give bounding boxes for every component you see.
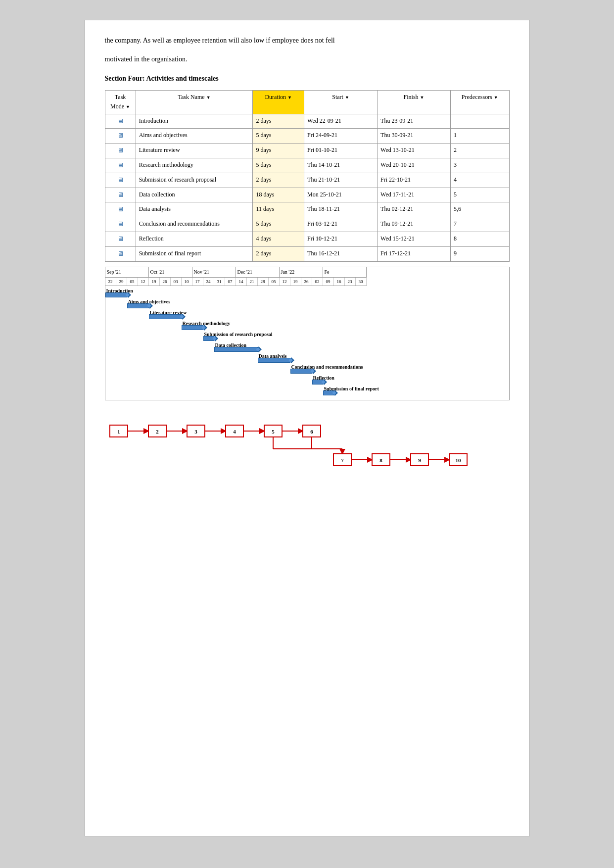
- svg-text:9: 9: [418, 457, 421, 463]
- table-row: 🖥 Research methodology 5 days Thu 14-10-…: [105, 158, 509, 173]
- task-pred: 3: [451, 158, 509, 173]
- task-name: Conclusion and recommendations: [136, 217, 253, 232]
- table-row: 🖥 Literature review 9 days Fri 01-10-21 …: [105, 144, 509, 158]
- task-pred: 5: [451, 188, 509, 202]
- week-cell: 02: [312, 278, 323, 286]
- task-name: Introduction: [136, 114, 253, 129]
- gantt-bar: [258, 358, 290, 363]
- task-mode-icon: 🖥: [105, 129, 136, 144]
- week-cell: 07: [225, 278, 236, 286]
- week-cell: 21: [247, 278, 258, 286]
- week-cell: 26: [160, 278, 171, 286]
- task-finish: Thu 02-12-21: [378, 202, 451, 217]
- week-cell: 05: [269, 278, 280, 286]
- task-duration: 5 days: [253, 217, 304, 232]
- col-header-pred[interactable]: Predecessors ▼: [451, 91, 509, 114]
- task-finish: Fri 22-10-21: [378, 173, 451, 188]
- page: the company. As well as employee retenti…: [85, 20, 530, 836]
- network-diagram: 1 2 3 4 5 6: [105, 415, 510, 470]
- task-start: Thu 14-10-21: [304, 158, 378, 173]
- task-pred: 9: [451, 246, 509, 261]
- week-cell: 09: [323, 278, 334, 286]
- week-cell: 26: [301, 278, 312, 286]
- task-mode-icon: 🖥: [105, 232, 136, 246]
- month-sep: Sep '21: [105, 267, 149, 277]
- gantt-month-row: Sep '21 Oct '21 Nov '21 Dec '21 Jan '22 …: [105, 267, 367, 278]
- gantt-bar: [214, 347, 258, 352]
- week-cell: 28: [258, 278, 269, 286]
- task-name: Literature review: [136, 144, 253, 158]
- week-cell: 12: [280, 278, 290, 286]
- task-mode-icon: 🖥: [105, 202, 136, 217]
- network-svg: 1 2 3 4 5 6: [105, 415, 510, 470]
- task-mode-icon: 🖥: [105, 217, 136, 232]
- task-duration: 2 days: [253, 246, 304, 261]
- week-cell: 10: [182, 278, 192, 286]
- week-cell: 23: [345, 278, 356, 286]
- task-name: Data analysis: [136, 202, 253, 217]
- table-row: 🖥 Submission of final report 2 days Thu …: [105, 246, 509, 261]
- month-dec: Dec '21: [236, 267, 280, 277]
- month-nov: Nov '21: [192, 267, 236, 277]
- task-duration: 18 days: [253, 188, 304, 202]
- task-name: Submission of final report: [136, 246, 253, 261]
- gantt-bar: [149, 314, 182, 319]
- task-pred: [451, 114, 509, 129]
- task-mode-icon: 🖥: [105, 188, 136, 202]
- gantt-bar: [182, 325, 203, 330]
- week-cell: 19: [290, 278, 301, 286]
- month-oct: Oct '21: [149, 267, 192, 277]
- table-row: 🖥 Aims and objectives 5 days Fri 24-09-2…: [105, 129, 509, 144]
- task-name: Aims and objectives: [136, 129, 253, 144]
- week-cell: 12: [138, 278, 149, 286]
- month-jan: Jan '22: [280, 267, 323, 277]
- task-mode-icon: 🖥: [105, 246, 136, 261]
- task-duration: 4 days: [253, 232, 304, 246]
- task-start: Fri 10-12-21: [304, 232, 378, 246]
- task-duration: 2 days: [253, 173, 304, 188]
- gantt-bar: [127, 303, 149, 308]
- svg-text:8: 8: [379, 457, 382, 463]
- table-row: 🖥 Introduction 2 days Wed 22-09-21 Thu 2…: [105, 114, 509, 129]
- task-start: Thu 16-12-21: [304, 246, 378, 261]
- col-header-duration[interactable]: Duration ▼: [253, 91, 304, 114]
- task-pred: 1: [451, 129, 509, 144]
- task-pred: 2: [451, 144, 509, 158]
- week-cell: 03: [171, 278, 182, 286]
- task-duration: 9 days: [253, 144, 304, 158]
- gantt-bar: [290, 369, 312, 374]
- week-cell: 22: [105, 278, 116, 286]
- task-table: TaskMode ▼ Task Name ▼ Duration ▼ Start …: [105, 90, 510, 261]
- task-duration: 11 days: [253, 202, 304, 217]
- task-start: Fri 24-09-21: [304, 129, 378, 144]
- task-start: Wed 22-09-21: [304, 114, 378, 129]
- col-header-mode[interactable]: TaskMode ▼: [105, 91, 136, 114]
- month-fe: Fe: [323, 267, 367, 277]
- col-header-start[interactable]: Start ▼: [304, 91, 378, 114]
- task-mode-icon: 🖥: [105, 158, 136, 173]
- gantt-bar: [105, 292, 127, 297]
- week-cell: 14: [236, 278, 247, 286]
- table-row: 🖥 Conclusion and recommendations 5 days …: [105, 217, 509, 232]
- task-finish: Thu 23-09-21: [378, 114, 451, 129]
- svg-text:5: 5: [272, 429, 275, 434]
- table-row: 🖥 Data analysis 11 days Thu 18-11-21 Thu…: [105, 202, 509, 217]
- svg-text:7: 7: [341, 457, 344, 463]
- col-header-finish[interactable]: Finish ▼: [378, 91, 451, 114]
- svg-text:2: 2: [156, 429, 159, 434]
- task-pred: 7: [451, 217, 509, 232]
- table-row: 🖥 Submission of research proposal 2 days…: [105, 173, 509, 188]
- gantt-bars-area: IntroductionAims and objectivesLiteratur…: [105, 286, 367, 400]
- svg-text:1: 1: [117, 429, 120, 434]
- week-cell: 29: [116, 278, 127, 286]
- section-title: Section Four: Activities and timescales: [105, 73, 510, 84]
- svg-text:3: 3: [194, 429, 197, 434]
- task-start: Thu 18-11-21: [304, 202, 378, 217]
- task-finish: Thu 09-12-21: [378, 217, 451, 232]
- table-row: 🖥 Data collection 18 days Mon 25-10-21 W…: [105, 188, 509, 202]
- table-row: 🖥 Reflection 4 days Fri 10-12-21 Wed 15-…: [105, 232, 509, 246]
- task-duration: 5 days: [253, 158, 304, 173]
- gantt-weeks-row: 2229051219260310172431071421280512192602…: [105, 278, 367, 286]
- task-name: Reflection: [136, 232, 253, 246]
- col-header-name[interactable]: Task Name ▼: [136, 91, 253, 114]
